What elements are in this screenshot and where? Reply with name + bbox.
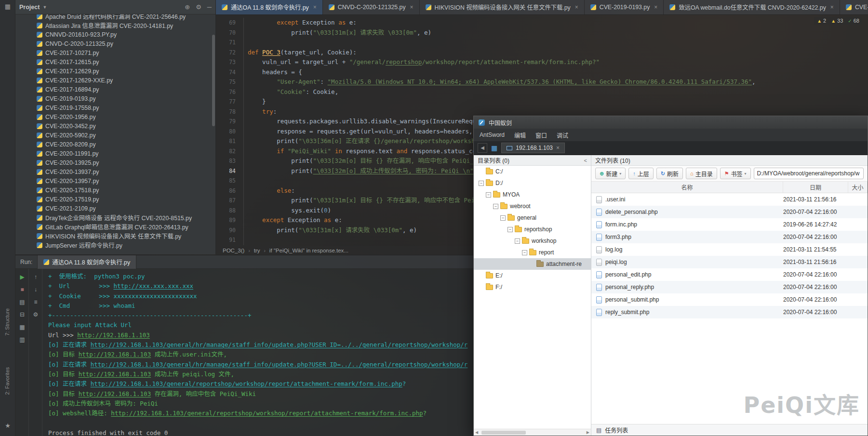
project-file-row[interactable]: CVE-2020-13925.py — [15, 158, 212, 167]
home-button[interactable]: ⌂主目录 — [686, 168, 717, 179]
stripe-tab-favorites[interactable]: 2: Favorites — [4, 367, 10, 395]
project-file-row[interactable]: CVE-2017-12629-XXE.py — [15, 76, 212, 85]
console-link[interactable]: http://192.168.1.103/general/reportshop/… — [91, 380, 402, 387]
close-icon[interactable]: × — [313, 4, 317, 11]
file-row[interactable]: personal_edit.php2020-07-04 22:16:00 — [591, 268, 868, 281]
refresh-button[interactable]: ↻刷新 — [656, 168, 683, 179]
close-icon[interactable]: × — [556, 145, 560, 151]
project-file-row[interactable]: CVE-2020-13937.py — [15, 167, 212, 176]
clear-icon[interactable]: ▥ — [15, 333, 29, 346]
scrollbar-thumb[interactable] — [481, 431, 526, 435]
close-icon[interactable]: × — [575, 4, 578, 11]
run-tab[interactable]: 通达OA 11.8 蚁剑命令执行.py — [37, 255, 136, 269]
menu-item[interactable]: 调试 — [557, 131, 568, 139]
console-link[interactable]: http://192.168.1.103 — [77, 331, 150, 339]
console-link[interactable]: http://192.168.1.103/general/hr/manage/s… — [91, 341, 468, 348]
project-panel-title[interactable]: Project — [19, 4, 40, 11]
project-file-row[interactable]: GitLab Graphql邮箱信息泄露漏洞 CVE-2020-26413.py — [15, 222, 212, 231]
soft-wrap-icon[interactable]: ≡ — [29, 296, 42, 308]
column-name[interactable]: 名称 — [591, 182, 783, 193]
project-file-row[interactable]: CVE-2019-17558.py — [15, 103, 212, 112]
project-file-row[interactable]: CVE-2021-2109.py — [15, 204, 212, 213]
file-row[interactable]: log.log2021-03-11 21:54:55 — [591, 243, 868, 256]
antsword-titlebar[interactable]: 中国蚁剑 — [474, 116, 868, 129]
tool-window-grid-icon[interactable]: ▦ — [4, 3, 12, 10]
file-row[interactable]: .user.ini2021-03-11 21:56:16 — [591, 193, 868, 206]
project-file-row[interactable]: CVE-2020-3452.py — [15, 121, 212, 131]
project-file-row[interactable]: DrayTek企业网络设备 远程命令执行 CVE-2020-8515.py — [15, 213, 212, 222]
menu-item[interactable]: AntSword — [480, 132, 505, 138]
project-file-row[interactable]: CVE-2020-13957.py — [15, 176, 212, 185]
address-input[interactable] — [754, 168, 864, 179]
tasks-bar[interactable]: ▤ 任务列表 — [591, 424, 868, 436]
project-file-row[interactable]: CVE-2017-12615.py — [15, 57, 212, 66]
file-row[interactable]: delete_personal.php2020-07-04 22:16:00 — [591, 206, 868, 218]
close-icon[interactable]: × — [830, 4, 834, 11]
collapse-icon[interactable]: − — [522, 250, 527, 255]
editor-tab[interactable]: CVE-2019-17558.py — [840, 0, 868, 14]
project-file-row[interactable]: CVE-2019-0193.py — [15, 94, 212, 103]
scroll-left-icon[interactable]: ◀ — [475, 430, 478, 435]
tree-node[interactable]: −general — [474, 212, 591, 224]
breadcrumb-item[interactable]: POC_3() — [223, 248, 244, 253]
tree-node[interactable]: F:/ — [474, 281, 591, 293]
file-row[interactable]: peiqi.log2021-03-11 21:56:16 — [591, 256, 868, 268]
project-file-row[interactable]: CVE-2020-5902.py — [15, 131, 212, 140]
up-button[interactable]: ↑上层 — [628, 168, 654, 179]
tab-scroll-left-icon[interactable]: ◀ — [478, 143, 487, 153]
tree-node[interactable]: attachment-re — [474, 258, 591, 270]
editor-tab[interactable]: 致远OA webmail.do任意文件下载 CNVD-2020-62422.py… — [664, 0, 840, 14]
chevron-down-icon[interactable]: ▼ — [42, 5, 47, 10]
directory-hscrollbar[interactable]: ◀ ▶ — [474, 429, 591, 436]
collapse-icon[interactable]: − — [500, 215, 506, 221]
file-row[interactable]: personal_reply.php2020-07-04 22:16:00 — [591, 281, 868, 293]
rerun-icon[interactable]: ▶ — [15, 271, 29, 283]
down-icon[interactable]: ↓ — [29, 283, 42, 296]
editor-tab[interactable]: 通达OA 11.8 蚁剑命令执行.py× — [216, 0, 323, 14]
scroll-right-icon[interactable]: ▶ — [587, 430, 589, 435]
stop-icon[interactable]: ■ — [15, 283, 29, 296]
editor-tab[interactable]: CVE-2019-0193.py× — [585, 0, 664, 14]
tree-node[interactable]: −reportshop — [474, 224, 591, 235]
project-file-row[interactable]: CVE-2017-10271.py — [15, 48, 212, 57]
bookmark-button[interactable]: ⚑书签▾ — [720, 168, 751, 179]
console-link[interactable]: http://192.168.1.103/general/reportshop/… — [111, 410, 423, 417]
locate-icon[interactable]: ⊕ — [185, 3, 190, 11]
project-file-row[interactable]: CNNVD-201610-923.PY.py — [15, 30, 212, 39]
tree-node[interactable]: −webroot — [474, 200, 591, 212]
project-file-row[interactable]: CVE-2020-17518.py — [15, 185, 212, 195]
menu-item[interactable]: 窗口 — [535, 131, 547, 139]
console-link[interactable]: http://192.168.1.103 — [79, 351, 151, 358]
stripe-tab-structure[interactable]: 7: Structure — [4, 308, 10, 336]
new-button[interactable]: ⊕新建▾ — [595, 168, 626, 179]
project-file-row[interactable]: JumpServer 远程命令执行.py — [15, 240, 212, 250]
tree-node[interactable]: −report — [474, 247, 591, 258]
collapse-icon[interactable]: − — [493, 204, 498, 209]
tree-node[interactable]: −MYOA — [474, 189, 591, 200]
project-file-row[interactable]: HIKVISION 视频编码设备接入网关 任意文件下载.py — [15, 231, 212, 240]
project-file-row[interactable]: CVE-2020-17519.py — [15, 195, 212, 204]
file-row[interactable]: personal_submit.php2020-07-04 22:16:00 — [591, 293, 868, 306]
column-size[interactable]: 大小 — [848, 182, 868, 193]
favorites-star-icon[interactable]: ★ — [4, 422, 12, 429]
column-date[interactable]: 日期 — [783, 182, 848, 193]
console-history-icon[interactable]: ▦ — [15, 321, 29, 333]
breadcrumb-item[interactable]: try — [254, 248, 260, 253]
project-file-row[interactable]: CNVD-C-2020-121325.py — [15, 39, 212, 48]
close-icon[interactable]: × — [654, 4, 657, 11]
file-row[interactable]: reply_submit.php2020-07-04 22:16:00 — [591, 306, 868, 318]
editor-tab[interactable]: CNVD-C-2020-121325.py× — [323, 0, 420, 14]
restore-layout-icon[interactable]: ▤ — [15, 296, 29, 308]
inspections-widget[interactable]: ▲2▲33✓68 — [814, 17, 862, 25]
tree-node[interactable]: E:/ — [474, 270, 591, 281]
file-row[interactable]: form.inc.php2019-06-26 14:27:42 — [591, 218, 868, 231]
project-file-row[interactable]: CVE-2017-16894.py — [15, 85, 212, 94]
collapse-panel-icon[interactable]: < — [584, 158, 587, 163]
file-row[interactable]: form3.php2020-07-04 22:16:00 — [591, 231, 868, 243]
console-link[interactable]: http://192.168.1.103/general/hr/manage/s… — [91, 361, 468, 368]
breadcrumb-item[interactable]: if "PeiQi_Wiki" in response.tex... — [269, 248, 348, 253]
settings-icon[interactable]: ⚙ — [29, 308, 42, 321]
collapse-icon[interactable]: − — [507, 227, 513, 232]
collapse-icon[interactable]: − — [515, 238, 520, 244]
project-file-row[interactable]: Atlassian Jira 信息泄露漏洞 CVE-2020-14181.py — [15, 21, 212, 30]
